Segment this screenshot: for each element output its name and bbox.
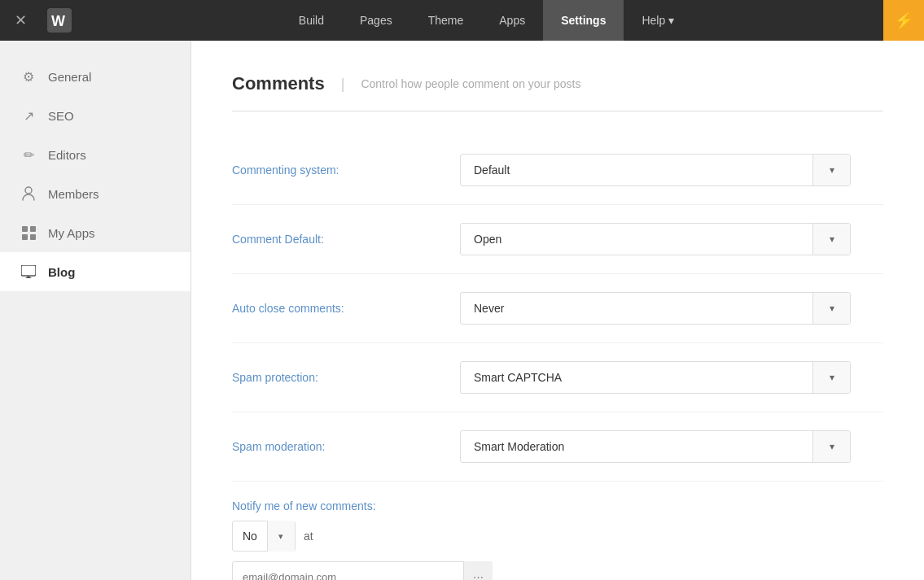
top-navigation: ✕ W Build Pages Theme Apps Settings Help… bbox=[0, 0, 924, 41]
page-subtitle: Control how people comment on your posts bbox=[361, 77, 580, 90]
label-comment-default: Comment Default: bbox=[232, 233, 460, 246]
label-notify: Notify me of new comments: bbox=[232, 499, 883, 512]
sidebar-item-seo[interactable]: ↗ SEO bbox=[0, 96, 190, 135]
nav-build[interactable]: Build bbox=[281, 0, 342, 41]
svg-point-2 bbox=[25, 187, 32, 194]
dropdown-auto-close[interactable]: Never ▾ bbox=[460, 292, 851, 325]
form-row-comment-default: Comment Default: Open ▾ bbox=[232, 205, 883, 274]
chevron-down-icon: ▾ bbox=[812, 292, 850, 325]
edit-icon: ✏ bbox=[20, 146, 37, 163]
dropdown-commenting-system[interactable]: Default ▾ bbox=[460, 154, 851, 186]
chevron-down-icon: ▾ bbox=[812, 430, 850, 463]
form-row-spam-protection: Spam protection: Smart CAPTCHA ▾ bbox=[232, 343, 883, 412]
email-contacts-icon[interactable]: ⋯ bbox=[463, 561, 493, 580]
svg-rect-7 bbox=[21, 265, 36, 276]
logo: W bbox=[46, 7, 73, 34]
form-row-spam-moderation: Spam moderation: Smart Moderation ▾ bbox=[232, 412, 883, 482]
label-auto-close: Auto close comments: bbox=[232, 302, 460, 315]
dropdown-value-spam-moderation: Smart Moderation bbox=[461, 440, 812, 453]
control-spam-protection: Smart CAPTCHA ▾ bbox=[460, 361, 851, 394]
apps-icon bbox=[20, 225, 37, 241]
nav-theme[interactable]: Theme bbox=[410, 0, 482, 41]
chevron-down-icon: ▾ bbox=[812, 361, 850, 394]
trending-icon: ↗ bbox=[20, 107, 37, 124]
sidebar-label-blog: Blog bbox=[48, 265, 75, 279]
main-layout: ⚙ General ↗ SEO ✏ Editors Members bbox=[0, 41, 924, 580]
label-commenting-system: Commenting system: bbox=[232, 164, 460, 177]
svg-text:W: W bbox=[51, 13, 65, 29]
chevron-down-icon: ▾ bbox=[812, 223, 850, 255]
control-auto-close: Never ▾ bbox=[460, 292, 851, 325]
control-spam-moderation: Smart Moderation ▾ bbox=[460, 430, 851, 463]
sidebar-item-editors[interactable]: ✏ Editors bbox=[0, 135, 190, 174]
svg-rect-3 bbox=[22, 226, 28, 232]
nav-pages[interactable]: Pages bbox=[342, 0, 410, 41]
control-commenting-system: Default ▾ bbox=[460, 154, 851, 186]
gear-icon: ⚙ bbox=[20, 68, 37, 85]
sidebar-label-seo: SEO bbox=[48, 109, 74, 123]
sidebar-item-members[interactable]: Members bbox=[0, 174, 190, 213]
form-row-notify: Notify me of new comments: No ▾ at ⋯ bbox=[232, 482, 883, 580]
dropdown-comment-default[interactable]: Open ▾ bbox=[460, 223, 851, 255]
nav-settings[interactable]: Settings bbox=[543, 0, 624, 41]
label-spam-moderation: Spam moderation: bbox=[232, 440, 460, 453]
close-button[interactable]: ✕ bbox=[8, 7, 33, 33]
control-comment-default: Open ▾ bbox=[460, 223, 851, 255]
sidebar-label-members: Members bbox=[48, 187, 99, 201]
blog-icon bbox=[20, 264, 37, 280]
nav-help[interactable]: Help ▾ bbox=[624, 0, 692, 41]
at-text: at bbox=[304, 530, 313, 543]
header-divider: | bbox=[341, 76, 345, 93]
sidebar-item-blog[interactable]: Blog bbox=[0, 252, 190, 291]
svg-rect-6 bbox=[30, 234, 36, 240]
notify-inline-controls: No ▾ at bbox=[232, 521, 883, 552]
upgrade-button[interactable]: ⚡ bbox=[883, 0, 924, 41]
dropdown-value-comment-default: Open bbox=[461, 233, 812, 246]
page-title: Comments bbox=[232, 73, 325, 94]
main-content: Comments | Control how people comment on… bbox=[191, 41, 924, 580]
label-spam-protection: Spam protection: bbox=[232, 371, 460, 384]
sidebar-label-editors: Editors bbox=[48, 148, 86, 162]
page-header: Comments | Control how people comment on… bbox=[232, 73, 883, 111]
chevron-down-icon: ▾ bbox=[267, 521, 295, 552]
sidebar-item-general[interactable]: ⚙ General bbox=[0, 57, 190, 96]
svg-rect-4 bbox=[30, 226, 36, 232]
dropdown-value-auto-close: Never bbox=[461, 302, 812, 315]
dropdown-spam-moderation[interactable]: Smart Moderation ▾ bbox=[460, 430, 851, 463]
svg-rect-5 bbox=[22, 234, 28, 240]
person-icon bbox=[20, 185, 37, 202]
dropdown-notify-frequency[interactable]: No ▾ bbox=[232, 521, 296, 552]
sidebar-label-myapps: My Apps bbox=[48, 226, 95, 240]
nav-links: Build Pages Theme Apps Settings Help ▾ bbox=[90, 0, 883, 41]
chevron-down-icon: ▾ bbox=[812, 154, 850, 186]
form-row-auto-close: Auto close comments: Never ▾ bbox=[232, 274, 883, 343]
notify-dropdown-value: No bbox=[233, 530, 267, 543]
sidebar-label-general: General bbox=[48, 70, 91, 84]
dropdown-value-spam-protection: Smart CAPTCHA bbox=[461, 371, 812, 384]
sidebar-item-myapps[interactable]: My Apps bbox=[0, 213, 190, 252]
dropdown-spam-protection[interactable]: Smart CAPTCHA ▾ bbox=[460, 361, 851, 394]
sidebar: ⚙ General ↗ SEO ✏ Editors Members bbox=[0, 41, 191, 580]
form-row-commenting-system: Commenting system: Default ▾ bbox=[232, 136, 883, 205]
email-field[interactable] bbox=[232, 561, 493, 580]
dropdown-value-commenting-system: Default bbox=[461, 164, 812, 177]
email-input-wrapper: ⋯ bbox=[232, 561, 493, 580]
nav-apps[interactable]: Apps bbox=[481, 0, 543, 41]
